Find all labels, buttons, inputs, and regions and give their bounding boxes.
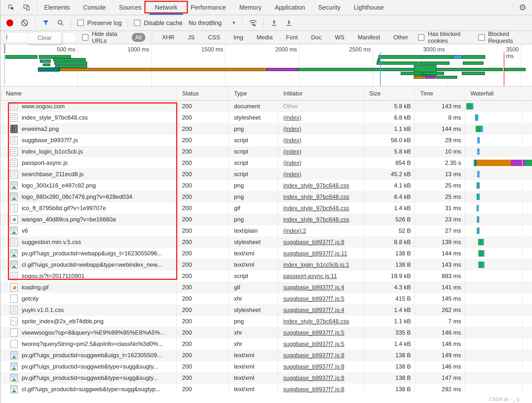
tab-sources[interactable]: Sources [112, 0, 148, 15]
table-row[interactable]: cl.gif?uigs_productid=suggweb&type=sugg&… [0, 384, 532, 395]
filter-type-other[interactable]: Other [390, 33, 412, 42]
initiator-link[interactable]: (index) [283, 137, 301, 144]
filter-type-img[interactable]: Img [230, 33, 247, 42]
table-row[interactable]: suggbase_b9937f7.js200script(index)56.0 … [0, 135, 532, 146]
settings-gear-icon[interactable]: ⚙ [518, 3, 527, 12]
has-blocked-cookies-checkbox[interactable]: Has blocked cookies [418, 31, 472, 44]
clear-log-icon[interactable] [20, 18, 29, 27]
initiator-link[interactable]: index_login_b1cc5cb.js:1 [283, 261, 349, 268]
table-row[interactable]: searchbase_211ecd8.js200script(index)45.… [0, 169, 532, 180]
network-overview-timeline[interactable]: 500 ms1000 ms1500 ms2000 ms2500 ms3000 m… [0, 44, 532, 87]
table-row[interactable]: getcity200xhrsuggbase_b9937f7.js:5415 B1… [0, 293, 532, 304]
column-header-size[interactable]: Size [364, 87, 415, 100]
table-row[interactable]: sogou.js?t=2017110901200scriptpassport-a… [0, 270, 532, 282]
initiator-link[interactable]: (index) [283, 148, 301, 155]
table-row[interactable]: yuyin.v1.0.1.css200stylesheetsuggbase_b9… [0, 304, 532, 316]
preserve-log-checkbox[interactable]: Preserve log [77, 19, 122, 27]
device-toolbar-icon[interactable] [22, 3, 31, 12]
initiator-link[interactable]: passport-async.js:11 [283, 273, 337, 279]
initiator-link[interactable]: (index) [283, 125, 301, 132]
blocked-requests-checkbox[interactable]: Blocked Requests [478, 31, 527, 44]
tab-network[interactable]: Network [148, 0, 184, 15]
overview-scroll-thumb[interactable] [4, 44, 5, 54]
initiator-link[interactable]: suggbase_b9937f7.js:8 [283, 374, 344, 381]
tab-elements[interactable]: Elements [37, 0, 76, 15]
table-row[interactable]: index_style_97bc648.css200stylesheet(ind… [0, 112, 532, 123]
table-row[interactable]: erweima2.png200png(index)1.1 kB144 ms [0, 123, 532, 135]
table-row[interactable]: tworeq?queryString=pm2.5&qoInfo=classNo%… [0, 338, 532, 350]
tab-performance[interactable]: Performance [184, 0, 233, 15]
column-header-initiator[interactable]: Initiator [278, 87, 364, 100]
inspect-element-icon[interactable] [7, 3, 16, 12]
table-row[interactable]: logo_880x280_06c7476.png?v=628ed034200pn… [0, 191, 532, 202]
column-header-time[interactable]: Time [415, 87, 465, 100]
initiator-link[interactable]: suggbase_b9937f7.js:8 [283, 239, 344, 246]
filter-funnel-icon[interactable] [41, 18, 50, 27]
checkbox-box[interactable] [134, 20, 140, 26]
table-row[interactable]: passport-async.js200script(index)854 B2.… [0, 157, 532, 169]
tab-memory[interactable]: Memory [233, 0, 268, 15]
initiator-link[interactable]: index_style_97bc648.css [283, 193, 349, 200]
search-icon[interactable] [56, 18, 65, 27]
table-row[interactable]: ico_ft_8795b8d.gif?v=1e99707e200gifindex… [0, 202, 532, 214]
tab-security[interactable]: Security [312, 0, 347, 15]
column-header-status[interactable]: Status [177, 87, 229, 100]
initiator-link[interactable]: suggbase_b9937f7.js:8 [283, 386, 344, 393]
table-row[interactable]: suggestion.min.v.5.css200stylesheetsuggb… [0, 236, 532, 248]
checkbox-box[interactable] [82, 34, 88, 41]
column-header-type[interactable]: Type [229, 87, 278, 100]
filter-type-js[interactable]: JS [184, 33, 198, 42]
table-row[interactable]: sprite_index@2x_eb74dbb.png200pngindex_s… [0, 316, 532, 327]
tab-application[interactable]: Application [268, 0, 312, 15]
table-row[interactable]: viwwwsogou?op=8&query=%E9%99%95%E8%A5%..… [0, 327, 532, 338]
table-row[interactable]: pv.gif?uigs_productid=suggweb&uigs_t=162… [0, 350, 532, 361]
table-row[interactable]: loading.gif200gifsuggbase_b9937f7.js:44.… [0, 282, 532, 293]
filter-type-css[interactable]: CSS [204, 33, 223, 42]
initiator-link[interactable]: suggbase_b9937f7.js:8 [283, 352, 344, 359]
table-row[interactable]: wangan_40d89ca.png?v=be16660a200pngindex… [0, 214, 532, 225]
initiator-link[interactable]: suggbase_b9937f7.js:4 [283, 284, 344, 291]
tab-console[interactable]: Console [76, 0, 112, 15]
table-row[interactable]: v6200text/plain(index):252 B27 ms [0, 225, 532, 236]
column-header-waterfall[interactable]: Waterfall [465, 87, 532, 100]
table-row[interactable]: www.sogou.com200documentOther5.8 kB143 m… [0, 101, 532, 112]
table-row[interactable]: pv.gif?uigs_productid=suggweb&type=sugg&… [0, 361, 532, 372]
filter-type-xhr[interactable]: XHR [159, 33, 178, 42]
initiator-link[interactable]: index_style_97bc648.css [283, 182, 349, 189]
hide-data-urls-checkbox[interactable]: Hide data URLs [82, 31, 125, 44]
table-row[interactable]: cl.gif?uigs_productid=webapp&type=webind… [0, 259, 532, 270]
initiator-link[interactable]: (index) [283, 114, 301, 121]
import-har-icon[interactable] [270, 18, 279, 27]
filter-type-manifest[interactable]: Manifest [354, 33, 383, 42]
filter-type-font[interactable]: Font [283, 33, 301, 42]
filter-type-ws[interactable]: WS [332, 33, 348, 42]
checkbox-box[interactable] [478, 34, 485, 41]
initiator-link[interactable]: (index) [283, 171, 301, 178]
table-row[interactable]: index_login_b1cc5cb.js200script(index)5.… [0, 146, 532, 157]
initiator-link[interactable]: index_style_97bc648.css [283, 205, 349, 212]
table-row[interactable]: logo_300x116_e497c82.png200pngindex_styl… [0, 180, 532, 191]
record-button[interactable] [5, 18, 14, 27]
checkbox-box[interactable] [77, 20, 84, 26]
tab-lighthouse[interactable]: Lighthouse [347, 0, 390, 15]
column-header-name[interactable]: Name [0, 87, 177, 100]
initiator-link[interactable]: index_style_97bc648.css [283, 318, 349, 325]
initiator-link[interactable]: suggbase_b9937f7.js:4 [283, 307, 344, 313]
initiator-link[interactable]: suggbase_b9937f7.js:11 [283, 250, 347, 257]
table-row[interactable]: pv.gif?uigs_productid=webapp&uigs_t=1623… [0, 248, 532, 259]
export-har-icon[interactable] [284, 18, 293, 27]
table-row[interactable]: pv.gif?uigs_productid=suggweb&type=sugg&… [0, 372, 532, 384]
initiator-link[interactable]: suggbase_b9937f7.js:8 [283, 363, 344, 370]
filter-type-all[interactable]: All [132, 33, 145, 42]
network-conditions-icon[interactable] [249, 18, 257, 27]
initiator-link[interactable]: (index) [283, 159, 301, 166]
checkbox-box[interactable] [418, 34, 424, 41]
filter-type-doc[interactable]: Doc [308, 33, 325, 42]
initiator-link[interactable]: suggbase_b9937f7.js:5 [283, 295, 344, 302]
initiator-link[interactable]: suggbase_b9937f7.js:5 [283, 341, 344, 347]
disable-cache-checkbox[interactable]: Disable cache [134, 19, 183, 27]
filter-type-media[interactable]: Media [253, 33, 276, 42]
initiator-link[interactable]: index_style_97bc648.css [283, 216, 349, 223]
throttling-select[interactable]: No throttling ▼ [188, 19, 236, 27]
initiator-link[interactable]: suggbase_b9937f7.js:5 [283, 329, 344, 336]
